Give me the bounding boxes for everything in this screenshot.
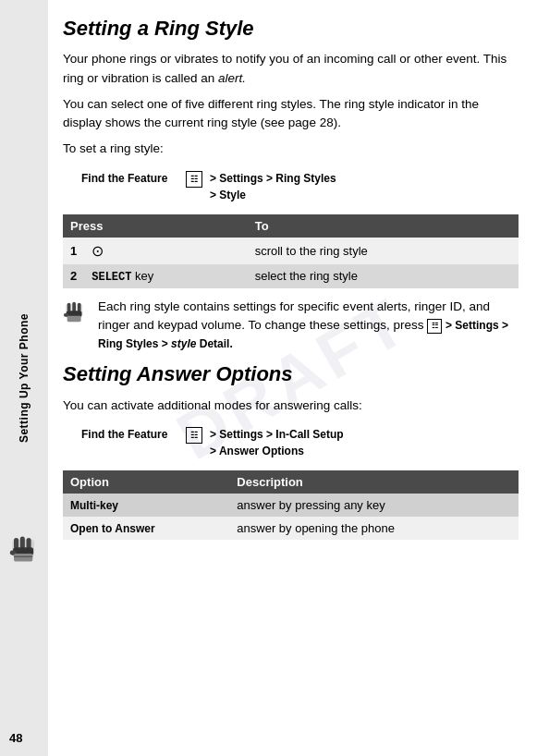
path-text2: > Settings > In-Call Setup: [210, 428, 344, 441]
page-number: 48: [9, 731, 22, 745]
path-text2b: > Answer Options: [210, 445, 304, 457]
find-feature-row2: Find the Feature ☷ > Settings > In-Call …: [81, 426, 519, 459]
section1-title: Setting a Ring Style: [63, 17, 519, 41]
svg-rect-1: [14, 538, 18, 549]
menu-icon2: ☷: [186, 427, 202, 444]
svg-rect-9: [67, 302, 71, 311]
find-feature-label1: Find the Feature: [81, 170, 178, 185]
section1-para2: You can select one of five different rin…: [63, 95, 519, 133]
step1-key: ⊙: [84, 238, 247, 264]
section1-para3: To set a ring style:: [63, 140, 519, 158]
alert-italic: alert.: [218, 71, 246, 85]
option1-desc: answer by pressing any key: [229, 494, 519, 517]
table-row: Multi-key answer by pressing any key: [63, 494, 519, 517]
table-header-row: Press To: [63, 214, 519, 238]
svg-rect-6: [14, 554, 32, 561]
option1-label: Multi-key: [70, 499, 118, 512]
table-row: 2 SELECT key select the ring style: [63, 264, 519, 288]
feature-path2: > Settings > In-Call Setup > Answer Opti…: [210, 426, 344, 459]
step1-num: 1: [63, 238, 84, 264]
feature-path1: > Settings > Ring Styles > Style: [210, 170, 336, 203]
option-header: Option: [63, 470, 229, 494]
option1-name: Multi-key: [63, 494, 229, 517]
find-feature-row1: Find the Feature ☷ > Settings > Ring Sty…: [81, 170, 519, 203]
note-row: Each ring style contains settings for sp…: [63, 298, 519, 354]
note-wrench-icon: [63, 299, 89, 328]
description-header: Description: [229, 470, 519, 494]
option2-name: Open to Answer: [63, 517, 229, 540]
step2-action: select the ring style: [248, 264, 519, 288]
table-row: 1 ⊙ scroll to the ring style: [63, 238, 519, 264]
table-row: Open to Answer answer by opening the pho…: [63, 517, 519, 540]
svg-rect-11: [78, 302, 81, 311]
section1-para1: Your phone rings or vibrates to notify y…: [63, 50, 519, 88]
step1-action: scroll to the ring style: [248, 238, 519, 264]
main-content: DRAFT Setting a Ring Style Your phone ri…: [48, 0, 537, 756]
section2-intro: You can activate additional modes for an…: [63, 396, 519, 415]
svg-rect-14: [67, 315, 81, 322]
press-header: Press: [63, 214, 248, 238]
page-wrapper: Setting Up Your Phone 48 DRAFT: [0, 0, 537, 756]
option2-label: Open to Answer: [70, 522, 155, 535]
svg-rect-3: [27, 538, 31, 549]
select-key-label: SELECT: [92, 271, 131, 284]
to-header: To: [248, 214, 519, 238]
tool-icon: [6, 533, 42, 571]
path-text1: > Settings > Ring Styles: [210, 172, 336, 185]
step2-key: SELECT key: [84, 264, 247, 288]
menu-icon1: ☷: [186, 171, 202, 188]
nav-symbol: ⊙: [92, 243, 104, 259]
option-table: Option Description Multi-key answer by p…: [63, 470, 519, 540]
option2-desc: answer by opening the phone: [229, 517, 519, 540]
content-inner: Setting a Ring Style Your phone rings or…: [63, 17, 519, 540]
path-text1b: > Style: [210, 189, 246, 201]
step2-num: 2: [63, 264, 84, 288]
menu-icon-note: ☷: [427, 319, 442, 334]
svg-rect-2: [20, 536, 25, 549]
note-text: Each ring style contains settings for sp…: [98, 298, 519, 354]
option-header-row: Option Description: [63, 470, 519, 494]
find-feature-label2: Find the Feature: [81, 426, 178, 441]
sidebar: Setting Up Your Phone 48: [0, 0, 48, 756]
note-path: > Settings > Ring Styles > style Detail.: [98, 319, 508, 350]
sidebar-label: Setting Up Your Phone: [18, 313, 31, 443]
instruction-table: Press To 1 ⊙ scroll to the ring style 2: [63, 214, 519, 288]
section2-title: Setting Answer Options: [63, 362, 519, 386]
